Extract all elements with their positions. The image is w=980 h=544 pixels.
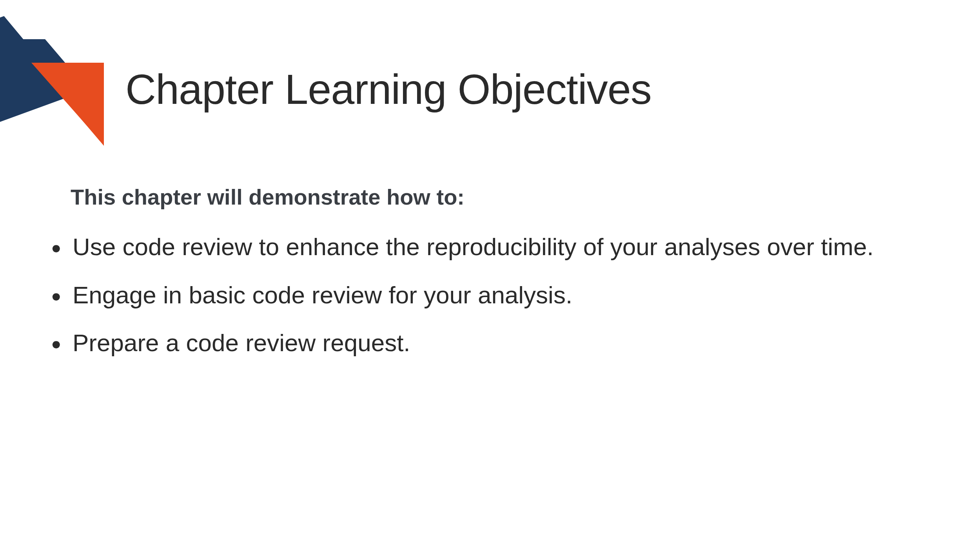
objectives-list: Use code review to enhance the reproduci… [51, 231, 929, 375]
svg-marker-0 [0, 4, 71, 128]
svg-marker-5 [33, 63, 104, 146]
corner-decoration-svg [0, 0, 118, 157]
intro-text: This chapter will demonstrate how to: [71, 184, 465, 210]
svg-marker-3 [0, 39, 101, 129]
objective-item: Prepare a code review request. [51, 327, 929, 359]
objective-item: Engage in basic code review for your ana… [51, 279, 929, 311]
corner-decoration [0, 0, 118, 157]
objective-item: Use code review to enhance the reproduci… [51, 231, 929, 263]
page-title: Chapter Learning Objectives [125, 65, 652, 114]
